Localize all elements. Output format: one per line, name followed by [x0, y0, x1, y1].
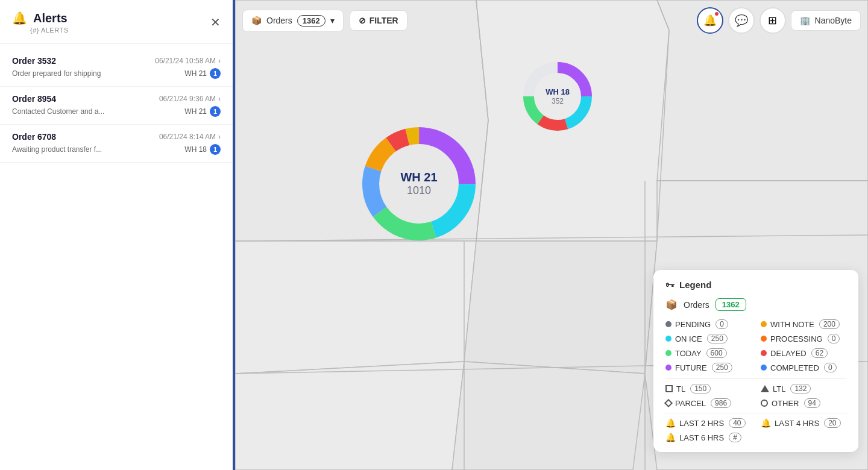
legend-shape-item: OTHER 94 — [761, 398, 846, 408]
sidebar-subtitle: {#} ALERTS — [30, 27, 69, 34]
nanobyte-button[interactable]: 🏢 NanoByte — [791, 10, 861, 31]
legend-item-label: COMPLETED — [770, 363, 819, 372]
triangle-icon — [761, 385, 769, 392]
alert-description: Awaiting product transfer f... — [12, 145, 102, 154]
alert-warehouse: WH 21 — [184, 69, 207, 78]
wh18-donut: WH 18 352 — [518, 57, 597, 136]
legend-item[interactable]: PENDING 0 — [665, 319, 751, 329]
legend-alert-item: 🔔 LAST 2 HRS 40 — [665, 418, 751, 428]
wh18-marker[interactable]: WH 18 352 — [518, 57, 597, 136]
legend-dot — [761, 336, 767, 342]
alert-badge: 1 — [210, 106, 221, 117]
wh21-donut-svg — [356, 121, 482, 247]
legend-dot — [665, 321, 671, 327]
legend-shape-label: OTHER — [772, 399, 799, 408]
legend-dot — [761, 350, 767, 356]
wh21-marker[interactable]: WH 21 1010 — [356, 121, 482, 247]
legend-shape-item: TL 150 — [665, 384, 751, 393]
legend-shape-count: 150 — [690, 384, 711, 393]
legend-alert-count: # — [729, 433, 741, 442]
filter-icon: ⊘ — [359, 16, 366, 25]
legend-divider-2 — [665, 413, 846, 413]
legend-item-count: 200 — [819, 319, 840, 329]
alert-time: 06/21/24 8:14 AM — [159, 133, 216, 141]
alert-time: 06/21/24 9:36 AM — [159, 95, 216, 103]
legend-alert-count: 40 — [729, 418, 745, 428]
legend-grid: PENDING 0 WITH NOTE 200 ON ICE 250 PROCE… — [665, 319, 846, 372]
chevron-right-icon: › — [218, 95, 221, 103]
chat-icon: 💬 — [735, 14, 748, 27]
legend-orders-label: Orders — [684, 300, 709, 310]
top-bar: 📦 Orders 1362 ▾ ⊘ FILTER 🔔 💬 ⊞ 🏢 — [242, 7, 861, 34]
circle-icon — [761, 400, 768, 407]
legend-dot — [761, 365, 767, 371]
key-icon: 🗝 — [665, 280, 675, 290]
square-icon — [665, 385, 673, 392]
alert-description: Order prepared for shipping — [12, 69, 101, 78]
chevron-right-icon: › — [218, 133, 221, 141]
legend-item[interactable]: ON ICE 250 — [665, 334, 751, 343]
alert-time: 06/21/24 10:58 AM — [155, 57, 216, 65]
alert-order: Order 8954 — [12, 94, 56, 104]
chevron-right-icon: › — [218, 57, 221, 65]
alert-item[interactable]: Order 6708 06/21/24 8:14 AM › Awaiting p… — [0, 125, 233, 163]
top-bar-right: 🔔 💬 ⊞ 🏢 NanoByte — [697, 7, 861, 34]
legend-divider-1 — [665, 378, 846, 379]
orders-button[interactable]: 📦 Orders 1362 ▾ — [242, 10, 344, 32]
legend-shape-item: PARCEL 986 — [665, 398, 751, 408]
legend-header: 🗝 Legend — [665, 280, 846, 290]
alert-item[interactable]: Order 8954 06/21/24 9:36 AM › Contacted … — [0, 87, 233, 125]
orders-count-badge: 1362 — [297, 15, 326, 27]
notification-dot — [714, 11, 720, 17]
legend-item-count: 62 — [811, 348, 828, 358]
legend-shape-count: 986 — [711, 398, 731, 408]
legend-item-count: 0 — [715, 319, 728, 329]
grid-button[interactable]: ⊞ — [760, 7, 786, 34]
legend-shape-label: PARCEL — [675, 399, 706, 408]
alert-order: Order 6708 — [12, 132, 56, 142]
alert-warehouse: WH 21 — [184, 107, 207, 116]
legend-item-label: WITH NOTE — [770, 320, 814, 329]
legend-alerts: 🔔 LAST 2 HRS 40 🔔 LAST 4 HRS 20 🔔 LAST 6… — [665, 418, 846, 442]
bell-icon: 🔔 — [12, 11, 27, 25]
alert-list: Order 3532 06/21/24 10:58 AM › Order pre… — [0, 49, 233, 163]
diamond-icon — [664, 399, 673, 407]
legend-item-count: 250 — [707, 334, 728, 343]
legend-item[interactable]: DELAYED 62 — [761, 348, 846, 358]
alert-badge: 1 — [210, 144, 221, 155]
legend-shape-item: LTL 132 — [761, 384, 846, 393]
sidebar-divider — [0, 43, 233, 44]
alert-item[interactable]: Order 3532 06/21/24 10:58 AM › Order pre… — [0, 49, 233, 87]
sidebar: 🔔 Alerts {#} ALERTS ✕ Order 3532 06/21/2… — [0, 0, 235, 470]
legend-dot — [665, 365, 671, 371]
legend-alert-label: LAST 2 HRS — [679, 419, 724, 428]
legend-alert-item: 🔔 LAST 6 HRS # — [665, 433, 751, 442]
bell-button[interactable]: 🔔 — [697, 7, 723, 34]
legend-orders-row: 📦 Orders 1362 — [665, 298, 846, 311]
legend-item-count: 0 — [828, 334, 840, 343]
filter-button[interactable]: ⊘ FILTER — [350, 10, 407, 31]
legend-item-label: PROCESSING — [770, 334, 823, 343]
bell-icon: 🔔 — [665, 433, 676, 442]
legend-item[interactable]: FUTURE 250 — [665, 363, 751, 372]
legend-dot — [665, 350, 671, 356]
alert-badge: 1 — [210, 68, 221, 79]
legend-item[interactable]: WITH NOTE 200 — [761, 319, 846, 329]
top-bar-left: 📦 Orders 1362 ▾ ⊘ FILTER — [242, 10, 407, 32]
sidebar-header: 🔔 Alerts {#} ALERTS ✕ — [0, 0, 233, 39]
legend-orders-badge: 1362 — [715, 298, 746, 311]
legend-alert-count: 20 — [824, 418, 840, 428]
sidebar-title: 🔔 Alerts — [12, 11, 69, 25]
bell-icon: 🔔 — [665, 418, 676, 428]
legend-item[interactable]: COMPLETED 0 — [761, 363, 846, 372]
legend-item[interactable]: TODAY 600 — [665, 348, 751, 358]
legend-item[interactable]: PROCESSING 0 — [761, 334, 846, 343]
legend-dot — [761, 321, 767, 327]
close-button[interactable]: ✕ — [210, 15, 221, 30]
wh21-donut: WH 21 1010 — [356, 121, 482, 247]
chevron-down-icon: ▾ — [330, 16, 335, 25]
chat-button[interactable]: 💬 — [728, 7, 755, 34]
alert-description: Contacted Customer and a... — [12, 107, 104, 116]
alert-order: Order 3532 — [12, 56, 56, 66]
grid-icon: ⊞ — [768, 14, 777, 27]
